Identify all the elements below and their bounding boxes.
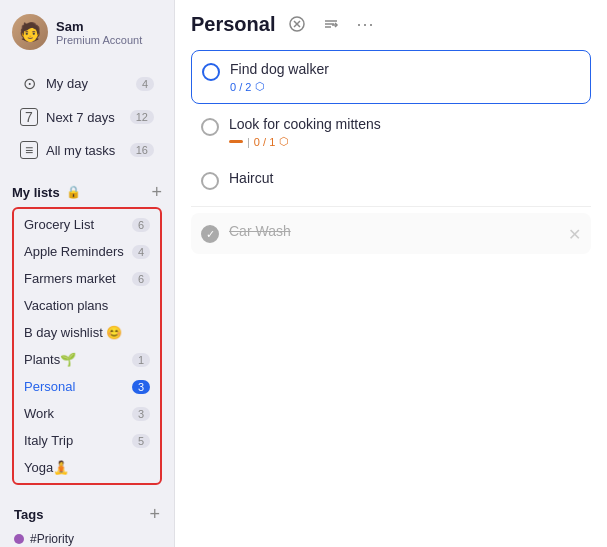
page-title: Personal (191, 13, 275, 36)
progress-bar-icon (229, 140, 243, 143)
task-text: Look for cooking mittens (229, 116, 581, 132)
list-item-work[interactable]: Work 3 (14, 400, 160, 427)
sidebar-item-my-day[interactable]: ⊙ My day 4 (6, 67, 168, 100)
task-body: Haircut (229, 170, 581, 186)
task-body: Find dog walker 0 / 2 ⬡ (230, 61, 580, 93)
completed-divider (191, 206, 591, 207)
list-item-label: Apple Reminders (24, 244, 126, 259)
nav-items: ⊙ My day 4 7 Next 7 days 12 ≡ All my tas… (0, 62, 174, 171)
task-progress: 0 / 1 (254, 136, 275, 148)
my-lists-box: Grocery List 6 Apple Reminders 4 Farmers… (12, 207, 162, 485)
nav-badge: 4 (136, 77, 154, 91)
sidebar-item-label: My day (46, 76, 128, 91)
list-item-italy-trip[interactable]: Italy Trip 5 (14, 427, 160, 454)
my-lists-title: My lists 🔒 (12, 185, 81, 200)
link-icon: ⬡ (279, 135, 289, 148)
task-item[interactable]: Find dog walker 0 / 2 ⬡ (191, 50, 591, 104)
list-item-label: Plants🌱 (24, 352, 126, 367)
list-item-label: Vacation plans (24, 298, 150, 313)
close-circle-icon[interactable] (285, 12, 309, 36)
task-item[interactable]: Car Wash ✕ (191, 213, 591, 254)
list-item-label: B day wishlist 😊 (24, 325, 150, 340)
tasks-list: Find dog walker 0 / 2 ⬡ Look for cooking… (191, 50, 591, 254)
nav-badge: 16 (130, 143, 154, 157)
sidebar-item-next-7-days[interactable]: 7 Next 7 days 12 (6, 101, 168, 133)
task-progress: 0 / 2 (230, 81, 251, 93)
list-badge: 3 (132, 380, 150, 394)
list-item-label: Personal (24, 379, 126, 394)
remove-task-button[interactable]: ✕ (568, 225, 581, 244)
nav-badge: 12 (130, 110, 154, 124)
list-item-label: Grocery List (24, 217, 126, 232)
task-meta: 0 / 2 ⬡ (230, 80, 580, 93)
circle-target-icon: ⊙ (20, 74, 38, 93)
list-item-apple-reminders[interactable]: Apple Reminders 4 (14, 238, 160, 265)
user-plan: Premium Account (56, 34, 142, 46)
list-item-label: Work (24, 406, 126, 421)
link-icon: ⬡ (255, 80, 265, 93)
my-lists-section-header: My lists 🔒 + (6, 177, 168, 205)
tags-title: Tags (14, 507, 43, 522)
avatar: 🧑 (12, 14, 48, 50)
list-item-vacation-plans[interactable]: Vacation plans (14, 292, 160, 319)
sidebar: 🧑 Sam Premium Account ⊙ My day 4 7 Next … (0, 0, 175, 547)
task-checkbox[interactable] (201, 225, 219, 243)
list-badge: 1 (132, 353, 150, 367)
tag-dot (14, 534, 24, 544)
main-header: Personal ··· (191, 12, 591, 36)
lock-icon: 🔒 (66, 185, 81, 199)
list-badge: 3 (132, 407, 150, 421)
list-item-farmers-market[interactable]: Farmers market 6 (14, 265, 160, 292)
user-name: Sam (56, 19, 142, 34)
list-badge: 6 (132, 272, 150, 286)
sort-icon[interactable] (319, 12, 343, 36)
task-item[interactable]: Haircut (191, 160, 591, 200)
list-badge: 4 (132, 245, 150, 259)
tags-section-header: Tags + (0, 495, 174, 527)
tags-section: Tags + #Priority (0, 487, 174, 547)
list-item-yoga[interactable]: Yoga🧘 (14, 454, 160, 481)
list-badge: 5 (132, 434, 150, 448)
list-item-label: Farmers market (24, 271, 126, 286)
user-profile: 🧑 Sam Premium Account (0, 10, 174, 62)
list-item-label: Yoga🧘 (24, 460, 150, 475)
list-item-personal[interactable]: Personal 3 (14, 373, 160, 400)
task-body: Look for cooking mittens | 0 / 1 ⬡ (229, 116, 581, 148)
task-checkbox[interactable] (202, 63, 220, 81)
user-info: Sam Premium Account (56, 19, 142, 46)
task-meta: | 0 / 1 ⬡ (229, 135, 581, 148)
list-badge: 6 (132, 218, 150, 232)
list-item-label: Italy Trip (24, 433, 126, 448)
task-text: Find dog walker (230, 61, 580, 77)
task-text: Car Wash (229, 223, 558, 239)
add-list-button[interactable]: + (151, 183, 162, 201)
more-options-button[interactable]: ··· (353, 12, 377, 36)
sidebar-item-label: Next 7 days (46, 110, 122, 125)
tasks-icon: ≡ (20, 141, 38, 159)
add-tag-button[interactable]: + (149, 505, 160, 523)
main-content: Personal ··· Find dog walker (175, 0, 607, 547)
task-checkbox[interactable] (201, 118, 219, 136)
task-body: Car Wash (229, 223, 558, 239)
tag-item-priority[interactable]: #Priority (0, 527, 174, 547)
tag-label: #Priority (30, 532, 74, 546)
list-item-grocery[interactable]: Grocery List 6 (14, 211, 160, 238)
task-text: Haircut (229, 170, 581, 186)
sidebar-item-label: All my tasks (46, 143, 122, 158)
list-item-b-day-wishlist[interactable]: B day wishlist 😊 (14, 319, 160, 346)
task-item[interactable]: Look for cooking mittens | 0 / 1 ⬡ (191, 106, 591, 158)
sidebar-item-all-tasks[interactable]: ≡ All my tasks 16 (6, 134, 168, 166)
list-item-plants[interactable]: Plants🌱 1 (14, 346, 160, 373)
task-checkbox[interactable] (201, 172, 219, 190)
calendar-icon: 7 (20, 108, 38, 126)
